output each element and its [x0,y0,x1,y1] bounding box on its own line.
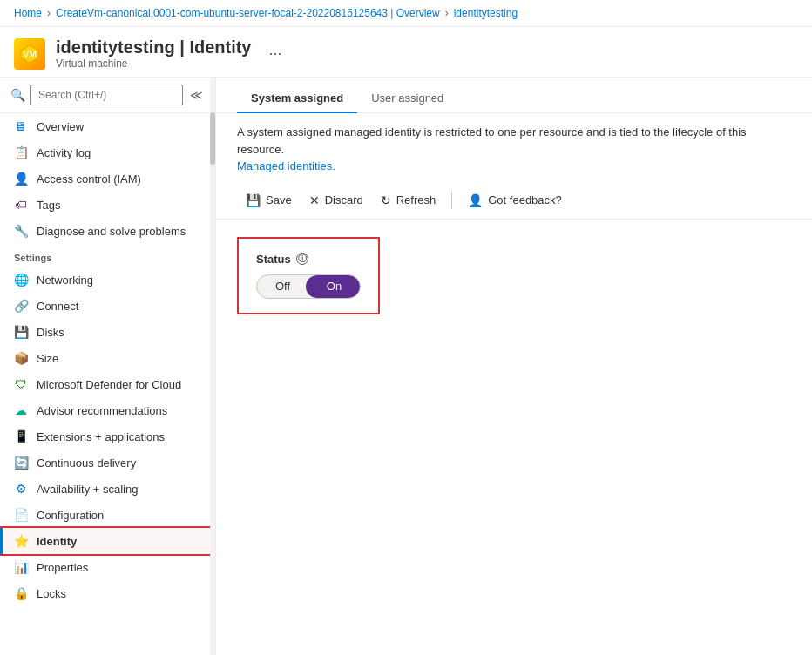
diagnose-icon: 🔧 [14,224,28,238]
sidebar-item-label: Microsoft Defender for Cloud [37,378,181,391]
toolbar-separator [451,192,452,209]
info-text-body: A system assigned managed identity is re… [237,125,747,156]
locks-icon: 🔒 [14,586,28,600]
toolbar: 💾 Save ✕ Discard ↻ Refresh 👤 Got feedbac… [216,182,812,220]
status-toggle[interactable]: Off On [256,274,361,299]
svg-text:VM: VM [24,50,37,59]
content-area: System assigned User assigned A system a… [216,78,812,655]
sidebar-item-configuration[interactable]: 📄 Configuration [0,502,215,528]
sidebar-scrollbar[interactable] [210,78,215,655]
connect-icon: 🔗 [14,299,28,313]
feedback-button[interactable]: 👤 Got feedback? [459,189,571,212]
availability-icon: ⚙ [14,482,28,496]
sidebar-item-identity[interactable]: ⭐ Identity [0,528,215,554]
save-button[interactable]: 💾 Save [237,189,301,212]
status-text: Status [256,253,291,266]
continuous-delivery-icon: 🔄 [14,456,28,470]
sidebar-item-label: Locks [37,587,66,600]
sidebar-item-extensions[interactable]: 📱 Extensions + applications [0,423,215,450]
sidebar-item-label: Connect [37,300,78,313]
sidebar-item-label: Identity [37,535,77,548]
sidebar-search-container: 🔍 ≪ [0,78,215,113]
discard-label: Discard [325,193,363,206]
search-input[interactable] [30,85,183,105]
managed-identities-link[interactable]: Managed identities. [237,159,335,172]
breadcrumb-home[interactable]: Home [14,7,42,19]
refresh-icon: ↻ [381,193,391,207]
sidebar: 🔍 ≪ 🖥 Overview 📋 Activity log 👤 Access c… [0,78,216,655]
status-info-icon[interactable]: ⓘ [296,253,308,265]
breadcrumb: Home › CreateVm-canonical.0001-com-ubunt… [0,0,812,27]
sidebar-item-label: Properties [37,561,88,574]
refresh-label: Refresh [396,193,436,206]
sidebar-item-locks[interactable]: 🔒 Locks [0,580,215,606]
sidebar-item-advisor[interactable]: ☁ Advisor recommendations [0,397,215,423]
status-box: Status ⓘ Off On [237,237,380,314]
refresh-button[interactable]: ↻ Refresh [372,189,445,212]
sidebar-item-label: Diagnose and solve problems [37,225,186,238]
sidebar-item-label: Tags [37,199,60,212]
advisor-icon: ☁ [14,403,28,417]
tabs-container: System assigned User assigned [216,85,812,113]
breadcrumb-identity[interactable]: identitytesting [454,7,518,19]
identity-icon: ⭐ [14,534,28,548]
tags-icon: 🏷 [14,198,28,212]
properties-icon: 📊 [14,560,28,574]
sidebar-item-label: Overview [37,120,84,133]
sidebar-item-networking[interactable]: 🌐 Networking [0,267,215,293]
tab-system-assigned[interactable]: System assigned [237,85,357,113]
discard-button[interactable]: ✕ Discard [301,189,372,212]
sidebar-item-disks[interactable]: 💾 Disks [0,319,215,345]
overview-icon: 🖥 [14,119,28,133]
page-header: VM identitytesting | Identity Virtual ma… [0,27,812,78]
sidebar-item-availability[interactable]: ⚙ Availability + scaling [0,476,215,502]
sidebar-item-label: Size [37,352,58,365]
vm-icon: VM [14,38,45,70]
sidebar-item-properties[interactable]: 📊 Properties [0,554,215,580]
toggle-off-option[interactable]: Off [257,274,308,299]
sidebar-item-label: Access control (IAM) [37,172,141,186]
defender-icon: 🛡 [14,377,28,391]
sidebar-item-size[interactable]: 📦 Size [0,345,215,371]
discard-icon: ✕ [309,193,320,207]
extensions-icon: 📱 [14,429,28,443]
breadcrumb-vm[interactable]: CreateVm-canonical.0001-com-ubuntu-serve… [56,7,440,19]
status-section: Status ⓘ Off On [216,220,812,332]
feedback-icon: 👤 [468,193,483,207]
sidebar-item-label: Advisor recommendations [37,404,167,417]
sidebar-item-label: Activity log [37,146,91,159]
sidebar-collapse-button[interactable]: ≪ [188,86,205,104]
configuration-icon: 📄 [14,508,28,522]
page-subtitle: Virtual machine [56,57,252,70]
toggle-on-option[interactable]: On [308,274,360,299]
sidebar-item-defender[interactable]: 🛡 Microsoft Defender for Cloud [0,371,215,397]
sidebar-item-overview[interactable]: 🖥 Overview [0,113,215,139]
status-label-container: Status ⓘ [256,253,361,266]
sidebar-item-label: Extensions + applications [37,430,165,443]
sidebar-item-connect[interactable]: 🔗 Connect [0,293,215,319]
sidebar-item-access-control[interactable]: 👤 Access control (IAM) [0,166,215,192]
activity-log-icon: 📋 [14,145,28,159]
info-text: A system assigned managed identity is re… [216,113,809,182]
tab-user-assigned[interactable]: User assigned [357,85,457,113]
sidebar-item-label: Disks [37,326,64,339]
sidebar-item-label: Availability + scaling [37,483,138,496]
sidebar-item-label: Continuous delivery [37,456,136,470]
save-icon: 💾 [246,193,261,207]
access-control-icon: 👤 [14,172,28,186]
settings-section-label: Settings [0,244,215,267]
more-options-button[interactable]: ··· [269,44,282,63]
sidebar-item-continuous-delivery[interactable]: 🔄 Continuous delivery [0,450,215,476]
sidebar-item-tags[interactable]: 🏷 Tags [0,192,215,218]
sidebar-item-activity-log[interactable]: 📋 Activity log [0,139,215,166]
disks-icon: 💾 [14,325,28,339]
sidebar-item-diagnose[interactable]: 🔧 Diagnose and solve problems [0,218,215,244]
page-title: identitytesting | Identity [56,37,252,57]
size-icon: 📦 [14,351,28,365]
main-layout: 🔍 ≪ 🖥 Overview 📋 Activity log 👤 Access c… [0,78,812,655]
sidebar-item-label: Configuration [37,509,104,522]
feedback-label: Got feedback? [488,193,562,206]
networking-icon: 🌐 [14,273,28,287]
search-icon: 🔍 [10,88,25,102]
sidebar-item-label: Networking [37,274,93,287]
